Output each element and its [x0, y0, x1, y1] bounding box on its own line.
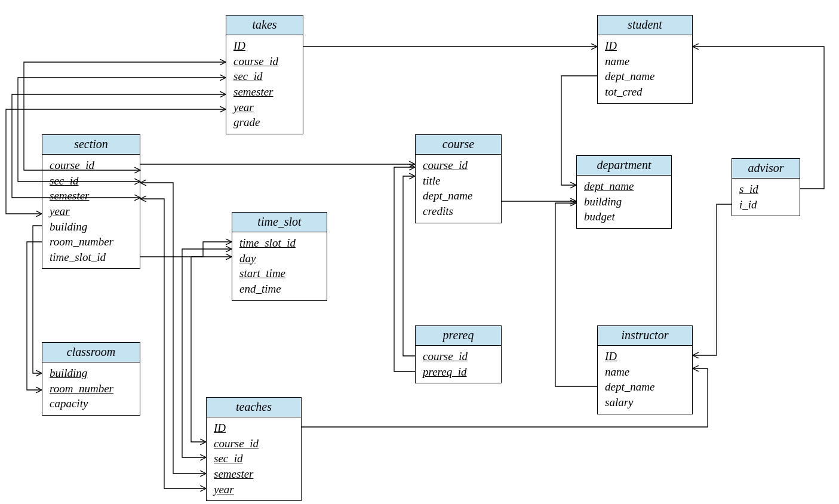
entity-body-instructor: IDnamedept_namesalary — [598, 346, 692, 414]
attr-section-building: building — [50, 219, 133, 235]
attr-takes-grade: grade — [233, 115, 296, 130]
entity-body-course: course_idtitledept_namecredits — [416, 155, 501, 223]
entity-title-teaches: teaches — [207, 398, 301, 417]
attr-teaches-course_id: course_id — [214, 436, 294, 451]
attr-classroom-building: building — [50, 365, 133, 381]
attr-instructor-ID: ID — [605, 349, 685, 364]
entity-advisor: advisor s_idi_id — [732, 158, 800, 216]
attr-student-ID: ID — [605, 38, 685, 54]
entity-title-takes: takes — [226, 16, 303, 35]
entity-title-section: section — [42, 135, 140, 155]
attr-section-room_number: room_number — [50, 234, 133, 250]
entity-body-department: dept_namebuildingbudget — [577, 176, 671, 228]
entity-title-advisor: advisor — [732, 159, 800, 179]
attr-student-dept_name: dept_name — [605, 69, 685, 84]
attr-teaches-sec_id: sec_id — [214, 451, 294, 466]
entity-body-teaches: IDcourse_idsec_idsemesteryear — [207, 417, 301, 500]
attr-teaches-ID: ID — [214, 420, 294, 436]
attr-prereq-course_id: course_id — [423, 349, 494, 364]
attr-student-tot_cred: tot_cred — [605, 84, 685, 100]
entity-body-student: IDnamedept_nametot_cred — [598, 35, 692, 103]
entity-title-time-slot: time_slot — [232, 213, 327, 232]
attr-teaches-year: year — [214, 482, 294, 497]
attr-takes-sec_id: sec_id — [233, 69, 296, 84]
entity-title-student: student — [598, 16, 692, 35]
attr-classroom-room_number: room_number — [50, 381, 133, 397]
entity-student: student IDnamedept_nametot_cred — [597, 15, 693, 104]
attr-time_slot-start_time: start_time — [239, 266, 319, 281]
entity-department: department dept_namebuildingbudget — [576, 155, 672, 229]
attr-instructor-dept_name: dept_name — [605, 379, 685, 395]
entity-title-prereq: prereq — [416, 326, 501, 346]
attr-section-time_slot_id: time_slot_id — [50, 250, 133, 265]
attr-department-dept_name: dept_name — [584, 179, 664, 194]
attr-takes-year: year — [233, 100, 296, 115]
attr-course-title: title — [423, 173, 494, 189]
attr-advisor-s_id: s_id — [739, 182, 792, 197]
attr-takes-semester: semester — [233, 84, 296, 100]
entity-teaches: teaches IDcourse_idsec_idsemesteryear — [206, 397, 302, 501]
attr-department-building: building — [584, 194, 664, 210]
entity-title-instructor: instructor — [598, 326, 692, 346]
attr-prereq-prereq_id: prereq_id — [423, 364, 494, 380]
attr-course-credits: credits — [423, 204, 494, 219]
attr-instructor-name: name — [605, 364, 685, 380]
entity-prereq: prereq course_idprereq_id — [415, 325, 502, 383]
attr-section-sec_id: sec_id — [50, 173, 133, 189]
entity-title-department: department — [577, 156, 671, 176]
attr-section-course_id: course_id — [50, 158, 133, 173]
attr-time_slot-day: day — [239, 251, 319, 266]
attr-section-year: year — [50, 204, 133, 219]
entity-instructor: instructor IDnamedept_namesalary — [597, 325, 693, 414]
attr-teaches-semester: semester — [214, 466, 294, 482]
entity-title-course: course — [416, 135, 501, 155]
entity-title-classroom: classroom — [42, 343, 140, 362]
entity-body-section: course_idsec_idsemesteryearbuildingroom_… — [42, 155, 140, 268]
attr-time_slot-end_time: end_time — [239, 281, 319, 297]
attr-course-course_id: course_id — [423, 158, 494, 173]
entity-body-prereq: course_idprereq_id — [416, 346, 501, 383]
attr-time_slot-time_slot_id: time_slot_id — [239, 235, 319, 251]
attr-instructor-salary: salary — [605, 395, 685, 410]
attr-department-budget: budget — [584, 209, 664, 225]
entity-body-classroom: buildingroom_numbercapacity — [42, 362, 140, 415]
entity-body-takes: IDcourse_idsec_idsemesteryeargrade — [226, 35, 303, 134]
attr-takes-course_id: course_id — [233, 54, 296, 69]
attr-takes-ID: ID — [233, 38, 296, 54]
entity-section: section course_idsec_idsemesteryearbuild… — [42, 134, 140, 269]
attr-advisor-i_id: i_id — [739, 197, 792, 213]
entity-time-slot: time_slot time_slot_iddaystart_timeend_t… — [232, 212, 327, 301]
entity-body-time-slot: time_slot_iddaystart_timeend_time — [232, 232, 327, 300]
attr-classroom-capacity: capacity — [50, 396, 133, 411]
entity-body-advisor: s_idi_id — [732, 179, 800, 216]
entity-takes: takes IDcourse_idsec_idsemesteryeargrade — [226, 15, 303, 134]
attr-course-dept_name: dept_name — [423, 188, 494, 204]
attr-student-name: name — [605, 54, 685, 69]
entity-course: course course_idtitledept_namecredits — [415, 134, 502, 223]
attr-section-semester: semester — [50, 188, 133, 204]
entity-classroom: classroom buildingroom_numbercapacity — [42, 342, 140, 416]
